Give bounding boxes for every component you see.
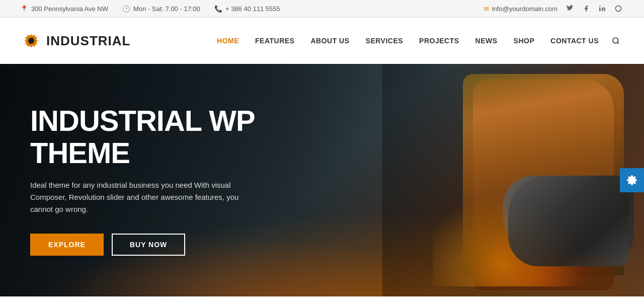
svg-point-5 <box>613 38 618 43</box>
nav-services[interactable]: SERVICES <box>359 33 411 49</box>
hero-title: INDUSTRIAL WP THEME <box>30 105 322 169</box>
linkedin-icon[interactable] <box>597 3 608 14</box>
nav-shop[interactable]: SHOP <box>507 33 542 49</box>
phone-text: + 386 40 111 5555 <box>225 5 280 13</box>
clock-icon: 🕐 <box>122 5 130 13</box>
nav-news[interactable]: NEWS <box>468 33 505 49</box>
buynow-button[interactable]: BUY NOW <box>112 234 185 256</box>
logo[interactable]: INDUSTRIAL <box>20 30 130 52</box>
email-icon: ✉ <box>484 5 489 13</box>
location-icon: 📍 <box>20 5 28 13</box>
svg-point-0 <box>599 6 600 7</box>
main-nav: HOME FEATURES ABOUT US SERVICES PROJECTS… <box>210 33 624 49</box>
phone-icon: 📞 <box>214 5 222 13</box>
logo-icon <box>20 30 42 52</box>
email-item[interactable]: ✉ info@yourdomain.com <box>484 5 557 13</box>
nav-projects[interactable]: PROJECTS <box>412 33 466 49</box>
search-icon[interactable] <box>608 33 624 49</box>
hero-content: INDUSTRIAL WP THEME Ideal theme for any … <box>0 105 352 256</box>
explore-button[interactable]: EXPLORE <box>30 234 104 256</box>
hero-worker-image <box>382 64 644 296</box>
nav-contact[interactable]: CONTACT US <box>543 33 606 49</box>
facebook-icon[interactable] <box>581 3 592 14</box>
twitter-icon[interactable] <box>565 3 576 14</box>
top-bar-left: 📍 300 Pennsylvania Ave NW 🕐 Mon - Sat: 7… <box>20 5 280 13</box>
hours-item: 🕐 Mon - Sat: 7.00 - 17:00 <box>122 5 200 13</box>
email-text: info@yourdomain.com <box>492 5 557 13</box>
nav-features[interactable]: FEATURES <box>248 33 301 49</box>
nav-home[interactable]: HOME <box>210 33 246 49</box>
hours-text: Mon - Sat: 7.00 - 17:00 <box>133 5 200 13</box>
address-text: 300 Pennsylvania Ave NW <box>31 5 108 13</box>
top-bar: 📍 300 Pennsylvania Ave NW 🕐 Mon - Sat: 7… <box>0 0 644 18</box>
phone-item: 📞 + 386 40 111 5555 <box>214 5 280 13</box>
sparks-glow <box>433 176 604 286</box>
worker-tool <box>503 176 634 256</box>
hero-buttons: EXPLORE BUY NOW <box>30 234 322 256</box>
header: INDUSTRIAL HOME FEATURES ABOUT US SERVIC… <box>0 18 644 64</box>
logo-text: INDUSTRIAL <box>46 33 130 49</box>
hero-subtitle: Ideal theme for any industrial business … <box>30 179 242 215</box>
settings-gear-button[interactable] <box>620 168 644 192</box>
social-icons <box>565 3 624 14</box>
top-bar-right: ✉ info@yourdomain.com <box>484 3 624 14</box>
nav-about[interactable]: ABOUT US <box>303 33 356 49</box>
address-item: 📍 300 Pennsylvania Ave NW <box>20 5 108 13</box>
wordpress-icon[interactable] <box>613 3 624 14</box>
hero-section: INDUSTRIAL WP THEME Ideal theme for any … <box>0 64 644 296</box>
